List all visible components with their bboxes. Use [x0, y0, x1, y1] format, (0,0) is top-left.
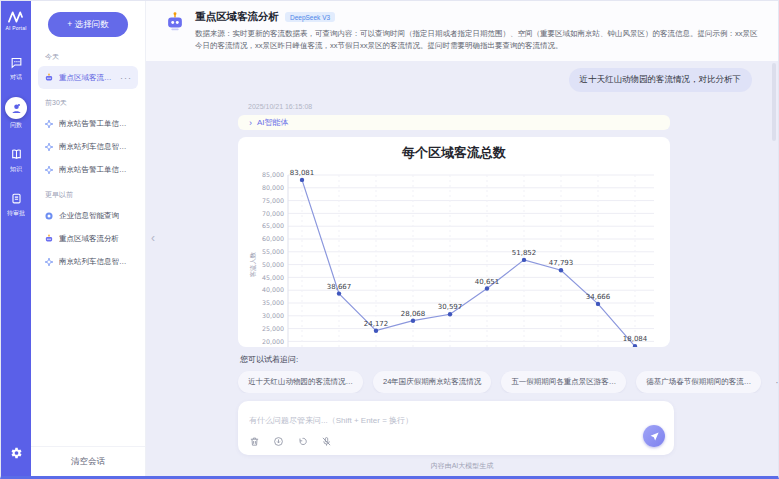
svg-text:客流人数: 客流人数: [249, 251, 257, 277]
history-item[interactable]: 重点区域客流分析: [38, 227, 138, 250]
chat-thread: 近十天红山动物园的客流情况，对比分析下 2025/10/21 16:15:08 …: [146, 61, 778, 393]
robot-avatar-icon: [164, 11, 186, 33]
user-message-bubble: 近十天红山动物园的客流情况，对比分析下: [569, 68, 753, 92]
agent-description: 数据来源：实时更新的客流数据表，可查询内容：可以查询时间（指定日期或者指定日期范…: [195, 28, 762, 52]
app-window: AI Portal 对话问数知识待审批 + 选择问数 今天重点区域客流分析···…: [0, 0, 779, 479]
traffic-line-chart: 85,00080,00075,00070,00065,00060,00055,0…: [242, 163, 666, 347]
svg-text:70,000: 70,000: [262, 210, 284, 217]
user-message-row: 近十天红山动物园的客流情况，对比分析下: [238, 68, 752, 92]
history-item[interactable]: 南京站列车信息智能查询: [38, 135, 138, 158]
data-point: [374, 329, 378, 333]
sidebar: + 选择问数 今天重点区域客流分析···前30天南京站告警工单信息查询南京站列车…: [31, 1, 146, 476]
message-input[interactable]: [249, 416, 609, 425]
history-item[interactable]: 南京站告警工单信息查询: [38, 112, 138, 135]
history-item-label: 南京站告警工单信息查询: [59, 165, 132, 175]
rail-item-label: 对话: [10, 73, 22, 82]
history-item[interactable]: 重点区域客流分析···: [38, 66, 138, 89]
svg-text:60,000: 60,000: [262, 235, 284, 242]
svg-text:85,000: 85,000: [262, 171, 284, 178]
data-point: [411, 319, 415, 323]
chart-area: 85,00080,00075,00070,00065,00060,00055,0…: [242, 163, 666, 347]
rail-item-ask-data[interactable]: 问数: [5, 97, 27, 130]
spark-icon: [44, 142, 54, 152]
history-item-label: 南京站列车信息智能查询: [59, 142, 132, 152]
svg-text:20,000: 20,000: [262, 338, 284, 345]
suggestion-chip[interactable]: 24年国庆假期南京站客流情况: [373, 371, 491, 393]
svg-text:50,000: 50,000: [262, 261, 284, 268]
settings-icon[interactable]: [9, 446, 23, 464]
data-point: [448, 312, 452, 316]
svg-text:65,000: 65,000: [262, 222, 284, 229]
svg-text:51,852: 51,852: [512, 249, 537, 257]
agent-header-text: 重点区域客流分析 DeepSeek V3 数据来源：实时更新的客流数据表，可查询…: [195, 10, 762, 52]
history-item-label: 企业信息智能查询: [59, 211, 119, 221]
suggestions-label: 您可以试着追问:: [240, 354, 752, 365]
dot-icon: [44, 211, 54, 221]
history-list: 今天重点区域客流分析···前30天南京站告警工单信息查询南京站列车信息智能查询南…: [31, 43, 145, 446]
history-section-title: 前30天: [45, 98, 131, 108]
approval-icon: [7, 189, 25, 207]
history-item-label: 重点区域客流分析: [59, 234, 119, 244]
svg-text:45,000: 45,000: [262, 274, 284, 281]
svg-text:28,068: 28,068: [401, 310, 426, 318]
agent-panel-label: AI智能体: [257, 117, 289, 128]
rail-item-chat[interactable]: 对话: [7, 53, 25, 82]
chart-title: 每个区域客流总数: [242, 144, 666, 162]
agent-header: 重点区域客流分析 DeepSeek V3 数据来源：实时更新的客流数据表，可查询…: [146, 1, 778, 61]
data-point: [596, 302, 600, 306]
knowledge-icon: [7, 145, 25, 163]
svg-text:75,000: 75,000: [262, 197, 284, 204]
svg-text:40,651: 40,651: [475, 278, 500, 286]
history-item[interactable]: 南京站告警工单信息查询: [38, 158, 138, 181]
chat-scrollbar[interactable]: [772, 63, 776, 141]
svg-text:40,000: 40,000: [262, 286, 284, 293]
agent-panel-toggle[interactable]: › AI智能体: [238, 115, 670, 130]
history-section-title: 更早以前: [45, 190, 131, 200]
chat-icon: [7, 53, 25, 71]
svg-text:30,000: 30,000: [262, 312, 284, 319]
agent-title: 重点区域客流分析: [195, 10, 279, 24]
svg-text:25,000: 25,000: [262, 325, 284, 332]
trash-icon[interactable]: [249, 436, 260, 447]
svg-text:83,081: 83,081: [290, 169, 315, 177]
history-item-label: 南京站列车信息智能查询: [59, 257, 132, 267]
svg-text:34,666: 34,666: [586, 293, 611, 301]
suggestion-chip[interactable]: 德基广场春节假期期间的客流…: [636, 371, 761, 393]
robot-icon: [44, 234, 54, 244]
history-item-label: 南京站告警工单信息查询: [59, 119, 132, 129]
mic-off-icon[interactable]: [321, 436, 332, 447]
more-suggestions-icon[interactable]: ···: [771, 377, 778, 388]
clear-session-button[interactable]: 清空会话: [31, 446, 145, 476]
data-point: [337, 291, 341, 295]
collapse-sidebar-icon[interactable]: ‹: [151, 232, 155, 244]
svg-text:47,793: 47,793: [549, 259, 574, 267]
history-item[interactable]: 企业信息智能查询: [38, 204, 138, 227]
undo-icon[interactable]: [297, 436, 308, 447]
suggestion-chip[interactable]: 近十天红山动物园的客流情况…: [238, 371, 363, 393]
composer: [238, 401, 674, 455]
rail-item-approval[interactable]: 待审批: [7, 189, 25, 218]
rail-item-knowledge[interactable]: 知识: [7, 145, 25, 174]
logo-text: AI Portal: [6, 25, 27, 31]
composer-tools: [249, 436, 663, 447]
svg-text:30,597: 30,597: [438, 303, 463, 311]
svg-text:35,000: 35,000: [262, 299, 284, 306]
download-icon[interactable]: [273, 436, 284, 447]
ai-disclaimer: 内容由AI大模型生成: [146, 455, 778, 476]
model-tag: DeepSeek V3: [285, 12, 335, 22]
send-button[interactable]: [643, 425, 665, 447]
history-item-label: 重点区域客流分析: [59, 73, 115, 83]
suggestion-chip[interactable]: 五一假期期间各重点景区游客…: [501, 371, 626, 393]
suggestion-chips: 近十天红山动物园的客流情况…24年国庆假期南京站客流情况五一假期期间各重点景区游…: [238, 371, 752, 393]
spark-icon: [44, 165, 54, 175]
data-point: [485, 286, 489, 290]
data-point: [300, 178, 304, 182]
chart-card: 每个区域客流总数 85,00080,00075,00070,00065,0006…: [238, 137, 670, 347]
history-item[interactable]: 南京站列车信息智能查询: [38, 250, 138, 273]
select-ask-button[interactable]: + 选择问数: [48, 12, 128, 37]
history-item-menu-icon[interactable]: ···: [120, 73, 132, 83]
data-point: [522, 258, 526, 262]
chevron-right-icon: ›: [249, 118, 252, 128]
message-timestamp: 2025/10/21 16:15:08: [248, 103, 752, 110]
rail-nav: 对话问数知识待审批: [5, 53, 27, 218]
